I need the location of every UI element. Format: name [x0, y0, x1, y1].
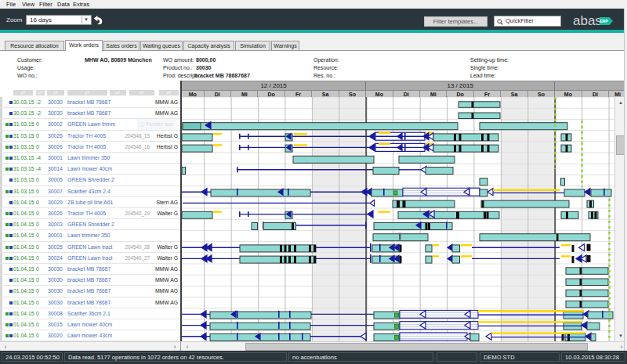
svg-text:ERP: ERP — [600, 19, 608, 23]
